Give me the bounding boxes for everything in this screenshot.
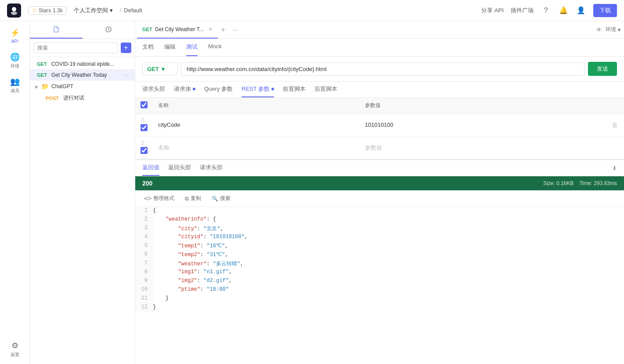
workspace-selector[interactable]: 个人工作空间 ▾ (74, 7, 113, 14)
table-header-row: 名称 参数值 (135, 98, 624, 114)
drag-cell: ⠿ (135, 136, 153, 159)
code-line: 10 "ptime": "18:00" (135, 286, 624, 295)
folder-name: ChatGPT (51, 83, 73, 89)
code-line: 2 "weatherinfo": { (135, 216, 624, 225)
line-number: 4 (135, 233, 153, 242)
api-icon: ⚡ (10, 28, 20, 38)
line-content: "cityid": "101010100", (153, 233, 248, 242)
tab-request-body[interactable]: 请求体 (174, 82, 195, 97)
user-icon[interactable]: 👤 (576, 5, 586, 16)
close-tab-icon[interactable]: ✕ (208, 26, 213, 32)
line-content: "city": "北京", (153, 225, 224, 233)
filetree-content: GET COVID-19 national epide... GET Get C… (30, 57, 135, 364)
main-layout: ⚡ API 🌐 环境 👥 成员 ⚙ 设置 + (0, 21, 624, 364)
filetree-search-row: + (30, 39, 135, 57)
plugin-button[interactable]: 插件广场 (511, 7, 534, 14)
filetree-tab-history[interactable] (83, 21, 135, 39)
code-icon: </> (144, 196, 151, 202)
line-content: } (153, 303, 156, 312)
tab-doc[interactable]: 文档 (142, 39, 154, 56)
select-all-checkbox[interactable] (141, 101, 148, 108)
chevron-right-icon: ▶ (35, 84, 39, 89)
svg-point-0 (12, 7, 16, 11)
sidebar-item-api-label: API (11, 39, 18, 44)
params-table: 名称 参数值 ⠿ cityCode 101010100 � (135, 98, 624, 159)
line-number: 6 (135, 251, 153, 260)
list-item[interactable]: GET Get City Weather Today ··· (30, 69, 135, 81)
topbar-right: 分享 API 插件广场 ? 🔔 👤 下载 (481, 4, 617, 17)
tab-pre-script[interactable]: 前置脚本 (283, 82, 306, 97)
list-item[interactable]: POST 进行对话 (30, 92, 135, 104)
list-item[interactable]: GET COVID-19 national epide... (30, 59, 135, 69)
param-name-cell[interactable]: cityCode (153, 114, 360, 136)
tab-bar-right: 👁 环境 ▾ (596, 26, 624, 33)
code-line: 1{ (135, 207, 624, 216)
send-button[interactable]: 发送 (588, 62, 617, 76)
params-table-container: 名称 参数值 ⠿ cityCode 101010100 � (135, 98, 624, 160)
stars-badge[interactable]: ☆ Stars 1.3k (28, 6, 67, 15)
url-input[interactable] (181, 62, 584, 76)
download-button[interactable]: 下载 (593, 4, 617, 17)
list-item[interactable]: ▶ 📁 ChatGPT (30, 81, 135, 92)
method-badge: POST (44, 95, 61, 101)
row-checkbox[interactable] (141, 124, 148, 131)
tab-query-params[interactable]: Query 参数 (204, 82, 233, 97)
param-name-placeholder[interactable]: 名称 (153, 136, 360, 159)
eye-icon[interactable]: 👁 (596, 26, 602, 33)
delete-row-button[interactable]: 🗑 (612, 121, 618, 128)
method-select[interactable]: GET ▾ (142, 63, 177, 75)
tab-test[interactable]: 测试 (186, 39, 198, 56)
tab-edit[interactable]: 编辑 (164, 39, 176, 56)
sidebar-item-env[interactable]: 🌐 环境 (4, 49, 26, 72)
search-button[interactable]: 🔍 搜索 (210, 194, 232, 203)
tab-rest-params[interactable]: REST 参数 (242, 82, 274, 97)
question-icon[interactable]: ? (541, 5, 551, 16)
download-response-icon[interactable]: ⬇ (612, 165, 617, 171)
env-selector[interactable]: 环境 ▾ (606, 26, 620, 33)
line-content: "weatherinfo": { (153, 216, 216, 225)
add-tab-button[interactable]: + (218, 26, 229, 34)
code-line: 5 "temp1": "18℃", (135, 242, 624, 251)
copy-button[interactable]: ⧉ 复制 (183, 194, 203, 203)
row-checkbox[interactable] (141, 147, 148, 154)
line-number: 8 (135, 268, 153, 277)
search-input[interactable] (33, 43, 118, 53)
tab-request-headers-resp[interactable]: 请求头部 (200, 160, 223, 176)
format-button[interactable]: </> 整理格式 (142, 194, 176, 203)
table-row: ⠿ 名称 参数值 (135, 136, 624, 159)
code-line: 8 "img1": "n1.gif", (135, 268, 624, 277)
line-number: 3 (135, 225, 153, 233)
param-value-placeholder[interactable]: 参数值 (360, 136, 606, 159)
table-row: ⠿ cityCode 101010100 🗑 (135, 114, 624, 136)
history-icon (105, 26, 112, 33)
name-placeholder-text: 名称 (158, 144, 170, 151)
share-api-button[interactable]: 分享 API (481, 7, 504, 14)
sidebar-item-member[interactable]: 👥 成员 (4, 74, 26, 96)
drag-handle-icon[interactable]: ⠿ (141, 117, 145, 124)
add-api-button[interactable]: + (121, 43, 131, 53)
line-content: "img2": "d2.gif", (153, 277, 232, 286)
drag-handle-icon[interactable]: ⠿ (141, 140, 145, 147)
notification-icon[interactable]: 🔔 (558, 5, 569, 16)
tab-post-script[interactable]: 后置脚本 (314, 82, 337, 97)
request-tab-active[interactable]: GET Get City Weather T... ✕ (137, 21, 218, 39)
tab-return-headers[interactable]: 返回头部 (168, 160, 191, 176)
delete-cell (606, 136, 624, 159)
tab-mock[interactable]: Mock (208, 39, 222, 56)
param-value-cell[interactable]: 101010100 (360, 114, 606, 136)
tab-return-value[interactable]: 返回值 (142, 160, 159, 176)
code-toolbar: </> 整理格式 ⧉ 复制 🔍 搜索 (135, 190, 624, 207)
line-content: "weather": "多云转晴", (153, 260, 243, 268)
tab-title: Get City Weather T... (155, 26, 204, 32)
delete-cell: 🗑 (606, 114, 624, 136)
tab-request-headers[interactable]: 请求头部 (142, 82, 165, 97)
drag-cell: ⠿ (135, 114, 153, 136)
filetree-tab-files[interactable] (30, 21, 83, 39)
sidebar: ⚡ API 🌐 环境 👥 成员 ⚙ 设置 (0, 21, 30, 364)
sidebar-item-api[interactable]: ⚡ API (4, 25, 26, 47)
sidebar-item-settings[interactable]: ⚙ 设置 (4, 338, 26, 360)
more-icon[interactable]: ··· (124, 71, 130, 79)
col-value-header: 参数值 (360, 98, 606, 114)
more-tabs-button[interactable]: ··· (229, 26, 241, 33)
app-logo (7, 4, 21, 18)
